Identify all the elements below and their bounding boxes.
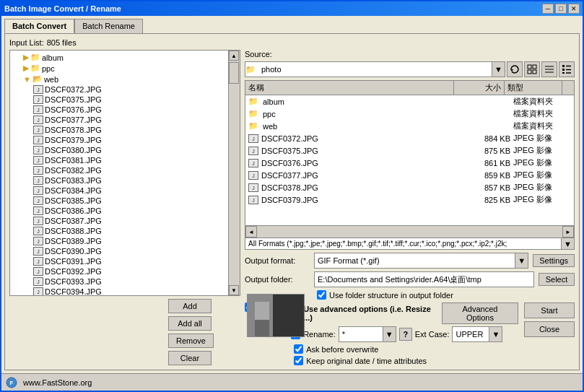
scroll-right-button[interactable]: ► — [562, 226, 574, 238]
item-name: DSCF0376.JPG — [261, 159, 457, 167]
file-icon: J — [33, 237, 43, 245]
file-list-body[interactable]: 📁 album 檔案資料夾 📁 ppc 檔案資料夾 — [245, 95, 574, 225]
list-item[interactable]: J DSCF0378.JPG 857 KB JPEG 影像 — [245, 181, 574, 193]
list-icon — [544, 64, 554, 74]
close-button[interactable]: Close — [524, 321, 575, 337]
list-item[interactable]: J DSCF0372.JPG 884 KB JPEG 影像 — [245, 132, 574, 144]
refresh-button[interactable] — [507, 61, 523, 77]
list-item[interactable]: J DSCF0394.JPG — [12, 287, 227, 295]
output-format-combo[interactable]: GIF Format (*.gif) ▼ — [314, 253, 528, 269]
list-item[interactable]: J DSCF0379.JPG — [12, 135, 227, 145]
file-icon: J — [33, 176, 43, 185]
main-window: Batch Image Convert / Rename ─ □ ✕ Batch… — [0, 0, 584, 392]
scroll-thumb[interactable] — [229, 62, 239, 84]
file-icon: J — [33, 217, 43, 225]
list-item[interactable]: J DSCF0377.JPG 859 KB JPEG 影像 — [245, 169, 574, 181]
list-item[interactable]: 📁 web 檔案資料夾 — [245, 120, 574, 132]
status-bar: F www.FastStone.org — [1, 373, 583, 391]
remove-button[interactable]: Remove — [168, 334, 214, 348]
vertical-scrollbar[interactable]: ▲ ▼ — [228, 51, 240, 295]
list-item[interactable]: J DSCF0380.JPG — [12, 145, 227, 155]
list-item[interactable]: 📁 album 檔案資料夾 — [245, 95, 574, 108]
list-item[interactable]: J DSCF0383.JPG — [12, 175, 227, 186]
ext-case-combo[interactable]: UPPER ▼ — [452, 326, 502, 342]
source-dropdown-arrow[interactable]: ▼ — [492, 62, 505, 77]
advanced-options-button[interactable]: Advanced Options — [442, 302, 518, 324]
details-view-button[interactable] — [559, 61, 575, 77]
ext-case-arrow[interactable]: ▼ — [489, 327, 502, 341]
filter-combo[interactable]: All Formats (*.jpg;*.jpe;*.jpeg;*.bmp;*.… — [245, 238, 561, 249]
tree-item-album[interactable]: ▶ 📁 album — [12, 52, 227, 63]
list-item[interactable]: J DSCF0377.JPG — [12, 115, 227, 125]
list-item[interactable]: J DSCF0381.JPG — [12, 155, 227, 165]
item-size: 875 KB — [460, 147, 510, 155]
scroll-track[interactable] — [229, 61, 240, 285]
list-item[interactable]: J DSCF0376.JPG 861 KB JPEG 影像 — [245, 157, 574, 169]
col-header-name[interactable]: 名稱 — [245, 81, 454, 95]
list-item[interactable]: J DSCF0382.JPG — [12, 165, 227, 175]
list-item[interactable]: J DSCF0390.JPG — [12, 246, 227, 256]
scroll-up-button[interactable]: ▲ — [229, 51, 239, 61]
file-icon: J — [33, 136, 43, 144]
list-item[interactable]: J DSCF0376.JPG — [12, 105, 227, 115]
file-name: DSCF0389.JPG — [45, 237, 102, 245]
list-item[interactable]: J DSCF0386.JPG — [12, 206, 227, 216]
list-item[interactable]: J DSCF0372.JPG — [12, 84, 227, 95]
maximize-button[interactable]: □ — [555, 4, 567, 14]
folder-icon: 📁 — [248, 97, 258, 106]
col-header-size[interactable]: 大小 — [454, 81, 505, 95]
start-button[interactable]: Start — [524, 302, 575, 318]
clear-button[interactable]: Clear — [168, 351, 212, 365]
select-button[interactable]: Select — [539, 273, 575, 286]
list-item[interactable]: J DSCF0388.JPG — [12, 226, 227, 236]
tree-item-ppc[interactable]: ▶ 📁 ppc — [12, 63, 227, 74]
list-item[interactable]: J DSCF0392.JPG — [12, 266, 227, 276]
scroll-down-button[interactable]: ▼ — [229, 285, 239, 295]
output-format-arrow[interactable]: ▼ — [515, 253, 528, 268]
tree-item-web[interactable]: ▼ 📂 web — [12, 74, 227, 84]
list-item[interactable]: J DSCF0379.JPG 825 KB JPEG 影像 — [245, 193, 574, 206]
file-name: DSCF0388.JPG — [45, 227, 102, 235]
use-folder-structure-checkbox[interactable] — [317, 290, 326, 300]
file-icon: J — [33, 257, 43, 266]
main-area: ▶ 📁 album ▶ 📁 ppc — [9, 50, 575, 365]
file-name: DSCF0380.JPG — [45, 146, 102, 154]
file-tree[interactable]: ▶ 📁 album ▶ 📁 ppc — [10, 51, 228, 295]
item-size: 861 KB — [460, 159, 510, 167]
file-icon: J — [33, 186, 43, 195]
list-item[interactable]: J DSCF0391.JPG — [12, 256, 227, 266]
close-button[interactable]: ✕ — [568, 4, 580, 14]
keep-date-checkbox[interactable] — [294, 356, 303, 365]
source-combo[interactable]: 📁 photo ▼ — [245, 61, 505, 77]
file-name: DSCF0390.JPG — [45, 247, 102, 256]
rename-arrow[interactable]: ▼ — [383, 327, 396, 341]
list-item[interactable]: J DSCF0385.JPG — [12, 196, 227, 206]
ask-overwrite-checkbox[interactable] — [294, 344, 303, 354]
scroll-left-button[interactable]: ◄ — [245, 226, 257, 238]
output-folder-row: Output folder: Select — [245, 271, 575, 287]
filter-dropdown-arrow[interactable]: ▼ — [561, 238, 574, 249]
list-item[interactable]: 📁 ppc 檔案資料夾 — [245, 108, 574, 120]
horizontal-scroll[interactable]: ◄ ► — [245, 226, 574, 238]
list-item[interactable]: J DSCF0393.JPG — [12, 276, 227, 287]
list-item[interactable]: J DSCF0387.JPG — [12, 216, 227, 226]
add-all-button[interactable]: Add all — [168, 316, 212, 331]
list-item[interactable]: J DSCF0375.JPG — [12, 95, 227, 105]
grid-view-button[interactable] — [524, 61, 540, 77]
rename-help-button[interactable]: ? — [399, 328, 412, 341]
list-item[interactable]: J DSCF0384.JPG — [12, 186, 227, 196]
expand-icon: ▶ — [23, 53, 29, 62]
list-item[interactable]: J DSCF0378.JPG — [12, 125, 227, 135]
list-item[interactable]: J DSCF0375.JPG 875 KB JPEG 影像 — [245, 144, 574, 157]
output-folder-input[interactable] — [314, 271, 534, 287]
settings-button[interactable]: Settings — [533, 254, 575, 267]
minimize-button[interactable]: ─ — [542, 4, 554, 14]
tab-batch-convert[interactable]: Batch Convert — [4, 19, 74, 33]
rename-combo[interactable]: * ▼ — [339, 326, 396, 342]
scroll-horiz-track[interactable] — [257, 226, 562, 238]
list-view-button[interactable] — [541, 61, 557, 77]
list-item[interactable]: J DSCF0389.JPG — [12, 236, 227, 246]
tab-batch-rename[interactable]: Batch Rename — [74, 19, 143, 33]
add-button[interactable]: Add — [168, 299, 212, 313]
col-header-type[interactable]: 類型 — [505, 81, 562, 95]
